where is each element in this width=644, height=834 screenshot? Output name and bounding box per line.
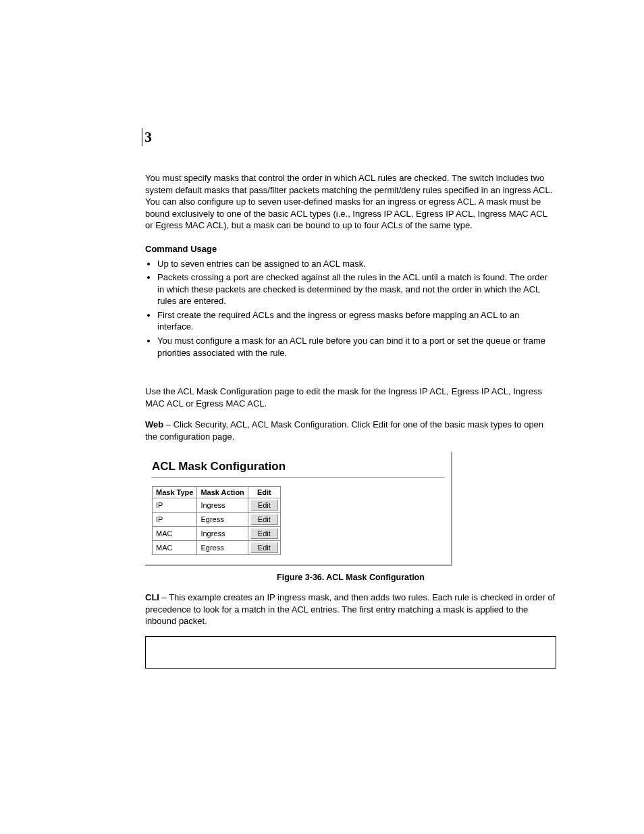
cell-edit: Edit: [248, 541, 280, 555]
list-item: You must configure a mask for an ACL rul…: [157, 335, 556, 359]
cli-text: – This example creates an IP ingress mas…: [145, 592, 555, 626]
table-row: IP Ingress Edit: [153, 498, 281, 513]
cell-type: IP: [153, 513, 197, 527]
intro-paragraph: You must specify masks that control the …: [145, 172, 556, 232]
edit-button[interactable]: Edit: [250, 542, 278, 553]
cli-paragraph: CLI – This example creates an IP ingress…: [145, 592, 556, 627]
col-header-type: Mask Type: [153, 487, 197, 498]
cell-edit: Edit: [248, 513, 280, 527]
page-number-badge: 3: [142, 128, 153, 146]
cell-type: MAC: [153, 541, 197, 555]
edit-button[interactable]: Edit: [250, 500, 278, 511]
web-paragraph: Web – Click Security, ACL, ACL Mask Conf…: [145, 419, 556, 442]
section-paragraph: Use the ACL Mask Configuration page to e…: [145, 386, 556, 409]
divider: [152, 477, 444, 478]
edit-button[interactable]: Edit: [250, 514, 278, 525]
cli-example-box: [145, 636, 556, 669]
cell-edit: Edit: [248, 527, 280, 541]
col-header-edit: Edit: [248, 487, 280, 498]
mask-table: Mask Type Mask Action Edit IP Ingress Ed…: [152, 486, 281, 555]
document-page: 3 You must specify masks that control th…: [0, 0, 644, 736]
screenshot-title: ACL Mask Configuration: [152, 460, 444, 473]
web-label: Web: [145, 419, 163, 429]
list-item: Up to seven entries can be assigned to a…: [157, 258, 556, 270]
table-row: MAC Egress Edit: [153, 541, 281, 555]
table-header-row: Mask Type Mask Action Edit: [153, 487, 281, 498]
table-row: IP Egress Edit: [153, 513, 281, 527]
screenshot-panel: ACL Mask Configuration Mask Type Mask Ac…: [145, 452, 452, 566]
cell-action: Ingress: [197, 498, 248, 513]
cell-type: IP: [153, 498, 197, 513]
col-header-action: Mask Action: [197, 487, 248, 498]
table-row: MAC Ingress Edit: [153, 527, 281, 541]
figure-caption: Figure 3-36. ACL Mask Configuration: [145, 573, 556, 582]
command-usage-heading: Command Usage: [145, 244, 556, 254]
list-item: First create the required ACLs and the i…: [157, 309, 556, 333]
cli-label: CLI: [145, 592, 159, 602]
cell-edit: Edit: [248, 498, 280, 513]
edit-button[interactable]: Edit: [250, 528, 278, 539]
command-usage-list: Up to seven entries can be assigned to a…: [145, 258, 556, 359]
cell-type: MAC: [153, 527, 197, 541]
cell-action: Ingress: [197, 527, 248, 541]
list-item: Packets crossing a port are checked agai…: [157, 271, 556, 307]
cell-action: Egress: [197, 513, 248, 527]
cell-action: Egress: [197, 541, 248, 555]
web-text: – Click Security, ACL, ACL Mask Configur…: [145, 419, 543, 442]
